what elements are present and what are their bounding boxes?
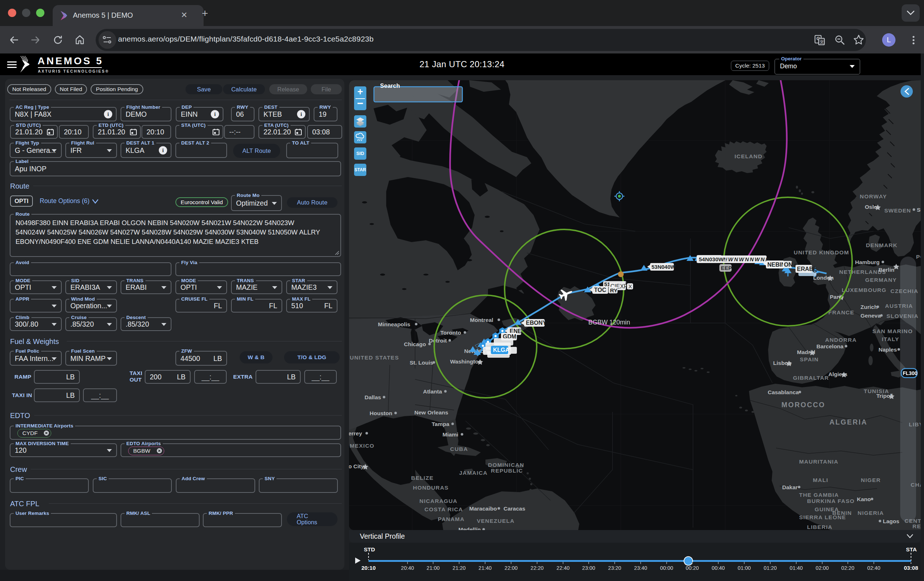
svg-text:JAMAICA: JAMAICA [459,470,488,476]
svg-text:NORWAY: NORWAY [860,193,887,199]
svg-text:Atlanta: Atlanta [423,388,442,394]
svg-text:CUBA: CUBA [450,446,468,452]
svg-text:21:40: 21:40 [478,565,492,571]
svg-text:00:20: 00:20 [686,565,699,571]
svg-text:Miami: Miami [442,431,459,437]
svg-text:Minneapolis: Minneapolis [378,321,410,327]
svg-text:23:20: 23:20 [608,565,621,571]
svg-text:KLGA: KLGA [493,347,510,353]
svg-text:BURKINA FASO: BURKINA FASO [807,498,855,504]
svg-text:PO.A: PO.A [916,254,921,260]
svg-text:UNITED KINGDOM: UNITED KINGDOM [794,249,849,255]
svg-text:BGBW 120min: BGBW 120min [588,319,630,326]
svg-text:00:40: 00:40 [712,565,725,571]
svg-text:HONDURAS: HONDURAS [413,485,449,491]
svg-text:Detroit: Detroit [429,338,447,344]
svg-text:ALGERIA: ALGERIA [830,418,867,426]
svg-text:ITALY: ITALY [882,336,899,342]
svg-text:DOMINICAN: DOMINICAN [488,462,524,468]
svg-text:SPAIN: SPAIN [800,356,818,363]
svg-text:EEP: EEP [721,265,732,271]
svg-text:NICARAGUA: NICARAGUA [419,498,458,504]
svg-text:SIERRA LEONE: SIERRA LEONE [799,514,846,520]
svg-text:LUXEMBOURG: LUXEMBOURG [842,287,886,293]
svg-text:exico City: exico City [349,463,364,469]
svg-text:LIBERIA: LIBERIA [807,524,832,530]
svg-text:22:40: 22:40 [556,565,569,571]
svg-text:Casablanca: Casablanca [768,389,799,395]
svg-text:BELIZE: BELIZE [411,475,434,481]
svg-text:FL300: FL300 [903,370,917,376]
svg-text:Zurich: Zurich [860,304,878,310]
svg-text:文: 文 [820,40,824,45]
svg-text:23:00: 23:00 [582,565,595,571]
svg-text:terrey: terrey [349,430,362,437]
svg-text:New Orleans: New Orleans [414,409,448,415]
svg-text:PANAMA: PANAMA [438,516,465,522]
svg-text:21:00: 21:00 [427,565,440,571]
svg-text:Caracas: Caracas [503,505,525,511]
svg-text:Berlin: Berlin [878,266,894,273]
svg-text:Toronto: Toronto [441,329,461,336]
svg-text:ON: ON [784,262,793,268]
svg-text:NIGERIA: NIGERIA [858,510,884,516]
svg-text:NEBIN: NEBIN [767,262,785,268]
svg-text:St. Louis: St. Louis [410,359,433,366]
svg-text:GERMANY: GERMANY [865,277,897,283]
svg-text:REP: REP [912,523,921,529]
svg-text:01:20: 01:20 [764,565,777,571]
svg-text:02:20: 02:20 [842,565,854,571]
svg-text:MEXICO: MEXICO [350,443,374,449]
svg-text:Maracaibo: Maracaibo [469,505,497,511]
svg-text:STD: STD [364,546,375,553]
svg-text:01:00: 01:00 [738,565,751,571]
svg-text:Dallas: Dallas [365,394,381,401]
svg-text:NWNWNNWNN: NWNWNNWNN [723,256,770,262]
svg-text:EBONY: EBONY [526,320,546,326]
svg-text:DENMARK: DENMARK [866,242,898,248]
svg-text:02:40: 02:40 [867,565,880,571]
svg-text:Naples: Naples [878,346,897,353]
svg-text:Dakar: Dakar [782,484,798,490]
svg-text:03:08: 03:08 [904,565,918,571]
svg-text:UNITED STATES: UNITED STATES [350,354,399,361]
svg-text:THE GAMBIA: THE GAMBIA [799,492,839,498]
svg-text:Tampa: Tampa [432,421,449,427]
svg-text:Chicago: Chicago [404,341,426,347]
svg-text:Montreal: Montreal [470,317,493,323]
svg-text:Search: Search [380,83,400,89]
svg-text:MOROCCO: MOROCCO [781,401,825,409]
svg-text:NIGER: NIGER [861,477,881,483]
svg-text:FRANCE: FRANCE [828,309,854,315]
svg-text:54N030W: 54N030W [699,256,724,262]
svg-text:21:20: 21:20 [453,565,465,571]
svg-text:22:20: 22:20 [531,565,544,571]
svg-text:20:10: 20:10 [361,565,376,571]
svg-text:VENEZUELA: VENEZUELA [477,518,515,524]
svg-text:TOC: TOC [594,287,606,293]
svg-text:53N040W: 53N040W [652,264,676,270]
svg-text:RY: RY [610,287,618,293]
svg-text:Geneva: Geneva [860,313,881,319]
svg-text:COSTA RICA: COSTA RICA [424,506,463,512]
svg-text:20:40: 20:40 [401,565,414,571]
svg-text:02:00: 02:00 [816,565,829,571]
svg-text:X: X [629,283,632,290]
svg-text:Barcelona: Barcelona [817,343,843,349]
svg-text:GIBRALTAR: GIBRALTAR [793,375,829,381]
svg-text:Washington: Washington [450,358,482,364]
svg-text:MAURITANIA: MAURITANIA [799,459,838,465]
svg-text:00:00: 00:00 [660,565,673,571]
svg-text:01:40: 01:40 [790,565,803,571]
svg-text:SWEDEN: SWEDEN [884,207,911,214]
svg-text:Houston: Houston [370,410,392,416]
svg-text:Sto: Sto [917,207,921,213]
svg-text:Kano: Kano [857,496,871,502]
svg-text:22:00: 22:00 [505,565,518,571]
svg-text:G: G [812,267,817,273]
svg-text:MALI: MALI [813,477,828,483]
svg-text:ANDORRA: ANDORRA [825,337,857,343]
svg-text:ICELAND: ICELAND [734,153,762,159]
svg-text:REPUBLIC: REPUBLIC [491,468,523,474]
svg-text:STA: STA [906,546,917,553]
